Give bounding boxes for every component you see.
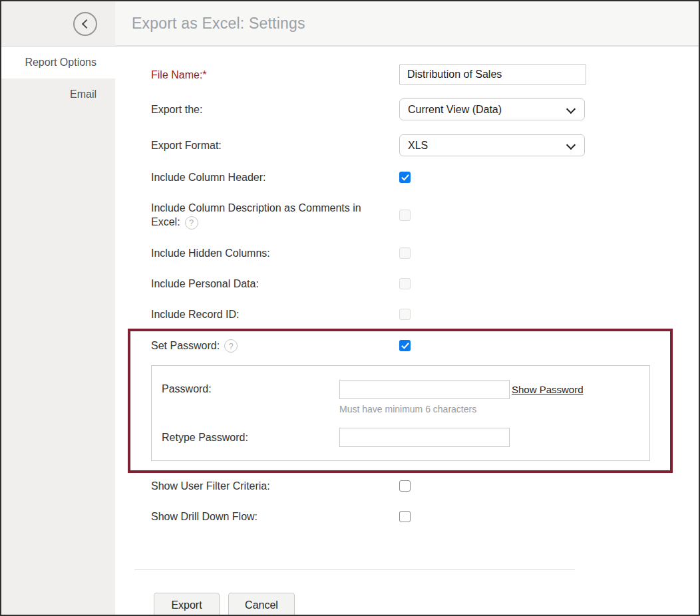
include-hidden-columns-row: Include Hidden Columns: [151,246,699,260]
cancel-button[interactable]: Cancel [228,593,295,616]
retype-password-label: Retype Password: [162,432,339,444]
set-password-row: Set Password:? [151,339,670,353]
help-icon[interactable]: ? [185,216,198,230]
export-format-select[interactable]: XLS [399,134,585,156]
settings-form: File Name:* Export the: Current View (Da… [115,47,699,616]
main-panel: Export as Excel: Settings File Name:* Ex… [115,1,699,615]
help-icon[interactable]: ? [224,339,238,353]
file-name-label: File Name:* [151,68,399,82]
sidebar-item-label: Email [70,88,96,100]
password-panel: Password: Show Password Must have minimu… [151,365,650,461]
sidebar-item-email[interactable]: Email [1,78,115,110]
password-input[interactable] [339,380,510,399]
show-user-filter-checkbox[interactable] [399,480,411,492]
include-column-header-checkbox[interactable] [399,172,411,183]
include-record-id-row: Include Record ID: [151,307,699,321]
password-row: Password: Show Password Must have minimu… [162,380,640,414]
include-personal-data-row: Include Personal Data: [151,277,699,291]
set-password-label: Set Password:? [151,339,399,353]
page-title: Export as Excel: Settings [132,15,305,33]
sidebar-item-label: Report Options [25,57,96,69]
sidebar: Report Options Email [1,1,115,615]
show-user-filter-label: Show User Filter Criteria: [151,479,399,493]
set-password-highlight-box: Set Password:? Password: Show Password M… [128,329,673,474]
retype-password-input[interactable] [339,428,510,447]
show-drill-down-label: Show Drill Down Flow: [151,510,399,524]
export-the-select[interactable]: Current View (Data) [399,98,585,120]
export-format-value: XLS [408,140,428,152]
dialog-header: Export as Excel: Settings [115,1,699,47]
include-record-id-checkbox[interactable] [399,309,411,320]
include-hidden-columns-checkbox[interactable] [399,247,411,259]
include-personal-data-checkbox[interactable] [399,278,411,289]
include-column-header-label: Include Column Header: [151,170,399,184]
export-the-label: Export the: [151,102,399,116]
file-name-row: File Name:* [151,64,699,85]
password-label: Password: [162,383,339,395]
sidebar-header [1,1,115,47]
password-field-group: Show Password Must have minimum 6 charac… [339,380,584,414]
include-hidden-columns-label: Include Hidden Columns: [151,246,399,260]
footer-divider [134,569,575,570]
export-the-value: Current View (Data) [408,104,502,116]
export-format-label: Export Format: [151,138,399,152]
footer-buttons: Export Cancel [154,593,699,616]
include-personal-data-label: Include Personal Data: [151,277,399,291]
include-record-id-label: Include Record ID: [151,307,399,321]
include-column-header-row: Include Column Header: [151,170,699,184]
show-drill-down-checkbox[interactable] [399,511,411,522]
file-name-input[interactable] [399,64,586,85]
retype-password-row: Retype Password: [162,428,640,447]
password-hint: Must have minimum 6 characters [339,404,584,414]
show-user-filter-row: Show User Filter Criteria: [151,479,699,493]
export-settings-dialog: Report Options Email Export as Excel: Se… [0,0,700,616]
set-password-checkbox[interactable] [399,340,411,351]
export-format-row: Export Format: XLS [151,134,699,156]
sidebar-item-report-options[interactable]: Report Options [1,47,115,78]
include-column-description-checkbox[interactable] [399,210,411,221]
include-column-description-label: Include Column Description as Comments i… [151,201,399,230]
show-drill-down-row: Show Drill Down Flow: [151,510,699,524]
export-button[interactable]: Export [154,593,220,616]
show-password-link[interactable]: Show Password [512,384,584,395]
include-column-description-row: Include Column Description as Comments i… [151,201,699,230]
back-icon[interactable] [73,12,97,36]
export-the-row: Export the: Current View (Data) [151,98,699,120]
